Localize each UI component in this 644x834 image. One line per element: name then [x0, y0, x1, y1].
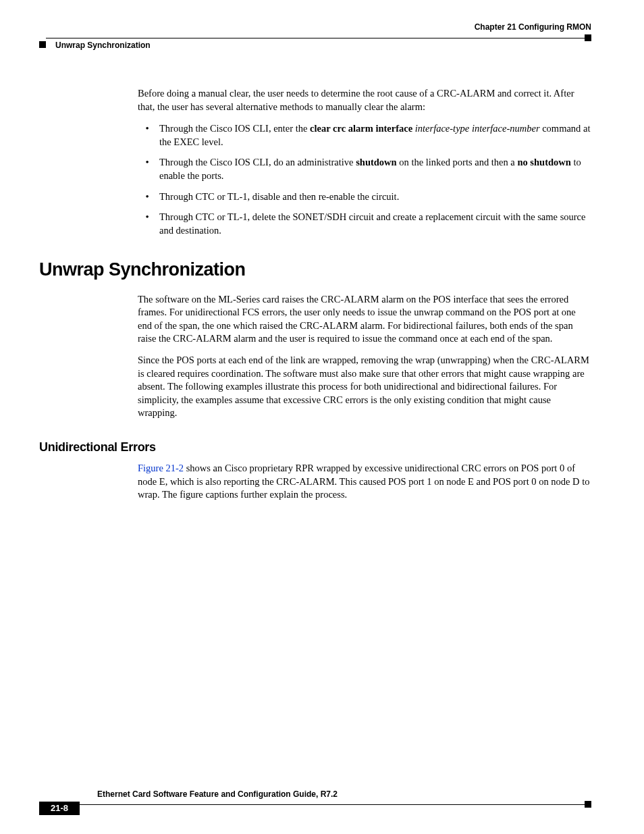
command-args: interface-type interface-number	[412, 123, 539, 134]
footer-rule-cap-icon	[585, 801, 591, 808]
running-header-right: Chapter 21 Configuring RMON	[39, 22, 591, 32]
intro-paragraph: Before doing a manual clear, the user ne…	[138, 87, 591, 113]
running-header-left-row: Unwrap Synchronization	[39, 41, 591, 55]
text: shows an Cisco proprietary RPR wrapped b…	[138, 463, 590, 500]
keyword: shutdown	[356, 157, 396, 167]
paragraph: Since the POS ports at each end of the l…	[138, 354, 591, 420]
footer-title: Ethernet Card Software Feature and Confi…	[97, 789, 338, 800]
text: Through the Cisco IOS CLI, enter the	[159, 123, 310, 134]
figure-link[interactable]: Figure 21-2	[138, 463, 184, 473]
text: on the linked ports and then a	[397, 157, 518, 167]
running-header-left: Unwrap Synchronization	[55, 40, 151, 51]
list-item: Through CTC or TL-1, delete the SONET/SD…	[157, 210, 591, 237]
list-item: Through the Cisco IOS CLI, enter the cle…	[157, 122, 591, 149]
list-item: Through CTC or TL-1, disable and then re…	[157, 190, 591, 204]
text: Through the Cisco IOS CLI, do an adminis…	[159, 157, 356, 167]
command-text: clear crc alarm interface	[310, 123, 412, 134]
method-list: Through the Cisco IOS CLI, enter the cle…	[138, 122, 591, 237]
header-rule-cap-icon	[585, 34, 591, 41]
paragraph: Figure 21-2 shows an Cisco proprietary R…	[138, 462, 591, 502]
list-item: Through the Cisco IOS CLI, do an adminis…	[157, 155, 591, 182]
heading-1: Unwrap Synchronization	[39, 257, 591, 282]
header-left-cap-icon	[39, 41, 46, 48]
page: Chapter 21 Configuring RMON Unwrap Synch…	[0, 0, 644, 834]
heading-2: Unidirectional Errors	[39, 439, 591, 455]
footer: Ethernet Card Software Feature and Confi…	[39, 800, 591, 810]
body: Before doing a manual clear, the user ne…	[138, 87, 591, 502]
paragraph: The software on the ML-Series card raise…	[138, 293, 591, 346]
page-number: 21-8	[39, 802, 80, 815]
keyword: no shutdown	[517, 157, 570, 167]
footer-rule	[39, 800, 591, 810]
